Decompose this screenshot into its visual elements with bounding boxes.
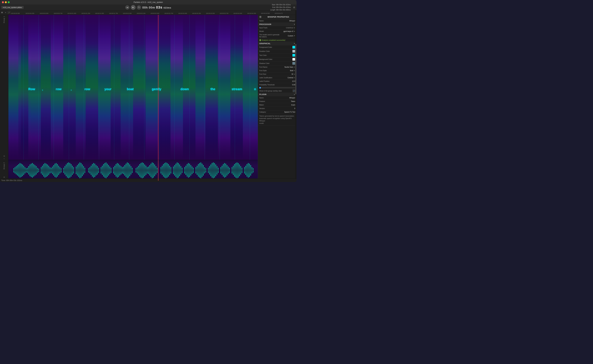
main-toolbar: m10_row_spoken.ptldoc ⏮ ▶ ↻ 00h 00m 03s … — [0, 5, 296, 10]
category-row: Category: Speech To Text — [258, 110, 296, 114]
main-content: Group 1 ⚙ + Group 2 ⚙ + — [0, 15, 296, 182]
svg-rect-123 — [152, 162, 153, 178]
svg-rect-76 — [88, 168, 89, 173]
svg-rect-95 — [114, 166, 115, 175]
shadow-color-swatch[interactable] — [292, 62, 295, 65]
svg-rect-23 — [16, 166, 17, 175]
plugin-name-row: Name: Whisper — [258, 96, 296, 100]
svg-rect-91 — [108, 165, 109, 176]
probability-slider-container[interactable] — [259, 87, 295, 88]
properties-panel: ✕ WHISPER PROPERTIES Name: Whisper PROCE… — [258, 15, 296, 182]
svg-rect-73 — [82, 164, 83, 176]
add-icon[interactable]: ＋ — [4, 11, 7, 14]
name-label: Name: — [259, 20, 264, 22]
group1-settings-icon[interactable]: ⚙ — [3, 155, 5, 157]
description-text: Tokens generated by text-to-speech trans… — [259, 115, 294, 124]
bg-color-label: Background Color: — [259, 58, 273, 60]
tokens-dropdown[interactable]: Custom ▼ — [288, 35, 295, 37]
bg-color-swatch[interactable] — [292, 58, 295, 61]
svg-rect-53 — [54, 164, 55, 177]
font-name-arrow-icon: ▼ — [294, 66, 295, 68]
svg-rect-36 — [32, 163, 33, 177]
rewind-button[interactable]: ⏮ — [125, 5, 129, 9]
svg-rect-118 — [145, 166, 146, 175]
version-label: Version: — [259, 108, 265, 109]
svg-rect-60 — [65, 166, 65, 175]
fit-icon[interactable]: ⊞ — [1, 11, 3, 14]
panel-title: WHISPER PROPERTIES — [262, 16, 295, 18]
text-color-swatch[interactable] — [292, 54, 295, 57]
svg-rect-65 — [71, 164, 72, 176]
svg-rect-164 — [211, 164, 211, 176]
play-button[interactable]: ▶ — [131, 5, 136, 10]
status-indicator — [259, 39, 261, 41]
model-label: Model: — [259, 30, 264, 32]
group1-add-icon[interactable]: + — [4, 158, 5, 160]
svg-rect-186 — [240, 166, 241, 175]
fg-color-swatch[interactable] — [292, 46, 295, 49]
svg-rect-175 — [225, 164, 226, 177]
settings-icon[interactable]: ⚙ — [293, 6, 295, 9]
v-scrollbar[interactable] — [295, 10, 296, 178]
svg-rect-46 — [46, 164, 46, 177]
duration-color-swatch[interactable] — [292, 50, 295, 53]
probability-slider-handle[interactable] — [259, 87, 261, 89]
plugin-section-header[interactable]: PLUGIN ▼ — [258, 93, 296, 96]
svg-rect-93 — [111, 168, 112, 173]
svg-rect-124 — [153, 163, 154, 177]
svg-rect-133 — [167, 163, 168, 177]
show-overlay-label: Show in the group overlay view: — [259, 90, 282, 92]
zoom-icon[interactable]: ⤢ — [8, 11, 10, 14]
svg-rect-179 — [231, 167, 232, 174]
panel-close-button[interactable]: ✕ — [259, 16, 262, 18]
font-name-dropdown[interactable]: Nunito Sans ▼ — [284, 66, 295, 68]
svg-rect-113 — [139, 164, 140, 176]
svg-rect-88 — [105, 163, 105, 177]
file-tab[interactable]: m10_row_spoken.ptldoc — [1, 6, 24, 9]
svg-rect-27 — [21, 164, 22, 177]
font-style-dropdown[interactable]: Bold ▼ — [290, 70, 295, 72]
svg-rect-52 — [53, 165, 54, 176]
svg-rect-129 — [162, 166, 163, 175]
model-dropdown[interactable]: ggml-large-v3 ▼ — [283, 30, 295, 32]
maximize-button[interactable] — [8, 1, 10, 3]
svg-rect-61 — [66, 164, 66, 176]
svg-rect-98 — [118, 164, 119, 177]
svg-rect-160 — [204, 167, 205, 174]
tokens-label: The model used to generate the tokens — [259, 34, 282, 38]
svg-rect-182 — [235, 163, 236, 177]
v-scrollbar-thumb[interactable] — [295, 44, 296, 94]
show-overlay-checkbox[interactable]: ✓ — [293, 90, 295, 92]
spectrogram-bg — [8, 15, 258, 160]
svg-rect-119 — [147, 167, 148, 174]
svg-rect-158 — [202, 164, 203, 177]
label-justification-dropdown[interactable]: Centred ▼ — [288, 77, 295, 78]
app-window: Partiels v2.0.3 - m10_row_spoken m10_row… — [0, 0, 296, 182]
svg-rect-39 — [36, 166, 37, 175]
close-button[interactable] — [2, 1, 4, 3]
description-area: Tokens generated by text-to-speech trans… — [258, 114, 296, 126]
svg-rect-41 — [38, 169, 39, 172]
minimize-button[interactable] — [5, 1, 7, 3]
svg-rect-94 — [113, 167, 114, 174]
processor-section-header[interactable]: PROCESSOR ▼ — [258, 23, 296, 26]
graphical-section-title: GRAPHICAL — [259, 43, 270, 45]
graphical-section-header[interactable]: GRAPHICAL ▼ — [258, 42, 296, 45]
svg-rect-144 — [182, 168, 183, 173]
svg-rect-25 — [18, 164, 19, 176]
font-style-label: Font Style: — [259, 70, 267, 72]
title-bar: Partiels v2.0.3 - m10_row_spoken — [0, 0, 296, 5]
svg-rect-137 — [173, 167, 174, 174]
input-track-dropdown[interactable]: Undefined ▼ — [286, 27, 295, 29]
group2-settings-icon[interactable]: ⚙ — [3, 176, 5, 178]
model-arrow-icon: ▼ — [294, 31, 295, 32]
svg-rect-29 — [23, 166, 24, 175]
svg-rect-42 — [41, 167, 42, 174]
time-display: 00h 00m 03s 423ms — [142, 5, 171, 9]
loop-button[interactable]: ↻ — [137, 5, 141, 9]
svg-rect-110 — [136, 168, 136, 173]
font-size-dropdown[interactable]: 32 ▼ — [291, 73, 295, 75]
svg-rect-114 — [140, 163, 141, 177]
svg-rect-161 — [205, 168, 206, 173]
model-row: Model: ggml-large-v3 ▼ — [258, 30, 296, 33]
